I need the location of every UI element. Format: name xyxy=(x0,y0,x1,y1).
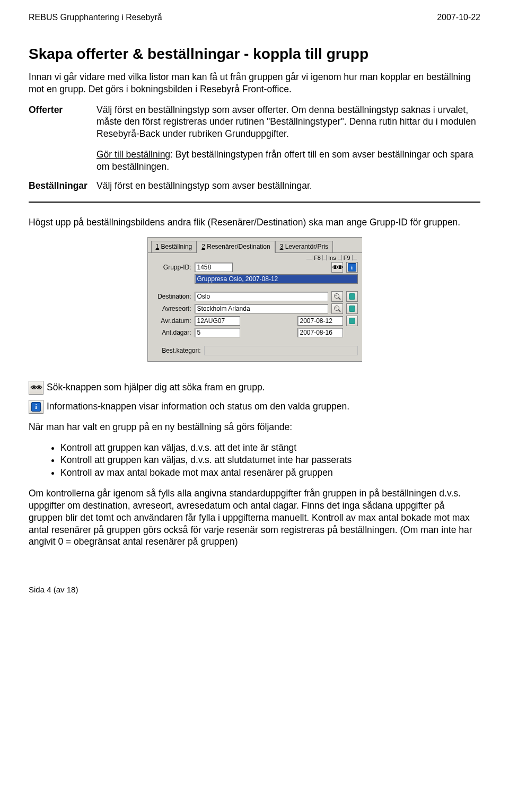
input-destination[interactable]: Oslo xyxy=(195,292,328,301)
final-paragraph: Om kontrollerna går igenom så fylls alla… xyxy=(29,487,480,548)
page-footer: Sida 4 (av 18) xyxy=(29,585,480,594)
input-avrdatum[interactable]: 12AUG07 xyxy=(195,316,240,326)
input-avreseort[interactable]: Stockholm Arlanda xyxy=(195,304,328,313)
teal-dot-icon xyxy=(349,305,355,312)
input-antdagar[interactable]: 5 xyxy=(195,328,240,337)
info-icon: i xyxy=(31,402,41,412)
label-bestkategori: Best.kategori: xyxy=(152,347,201,354)
section2-para: Högst upp på beställningsbildens andra f… xyxy=(29,216,480,229)
page-header: REBUS Grupphantering i Resebyrå 2007-10-… xyxy=(29,13,480,22)
teal-dot-icon xyxy=(349,293,355,300)
list-item: Kontroll att gruppen kan väljas, d.v.s. … xyxy=(60,442,480,455)
input-slutdatum[interactable]: 2007-08-16 xyxy=(297,328,343,337)
label-gruppid: Grupp-ID: xyxy=(152,264,191,271)
check-list: Kontroll att gruppen kan väljas, d.v.s. … xyxy=(29,442,480,479)
keyboard-hints: F8 Ins F9 xyxy=(152,255,358,260)
intro-paragraph: Innan vi går vidare med vilka listor man… xyxy=(29,71,480,95)
input-gruppname[interactable]: Gruppresa Oslo, 2007-08-12 xyxy=(195,274,358,284)
screenshot-mock: 1 Beställning 2 Resenärer/Destination 3 … xyxy=(147,237,362,362)
term-bestallningar: Beställningar xyxy=(29,180,96,192)
teal-destination-button[interactable] xyxy=(346,291,358,302)
legend-search-icon-box: 👁👁 xyxy=(29,381,43,395)
list-item: Kontroll av max antal bokade mot max ant… xyxy=(60,467,480,479)
divider xyxy=(29,202,480,203)
label-destination: Destination: xyxy=(152,293,191,300)
page-title: Skapa offerter & beställningar - koppla … xyxy=(29,46,480,63)
teal-avrdatum-button[interactable] xyxy=(346,316,358,326)
search-button[interactable]: 👁👁 xyxy=(331,262,343,273)
tab-resenarer-destination[interactable]: 2 Resenärer/Destination xyxy=(197,241,275,253)
input-avrdatum-iso[interactable]: 2007-08-12 xyxy=(297,316,343,326)
binoculars-icon: 👁👁 xyxy=(332,264,342,270)
tab-leverantor-pris[interactable]: 3 Leverantör/Pris xyxy=(275,241,333,252)
underline-gor-till: Gör till beställning xyxy=(96,149,170,160)
legend-info-text: Informations-knappen visar information o… xyxy=(47,400,349,413)
tab-bestallning[interactable]: 1 Beställning xyxy=(151,241,197,252)
after-icons-para: När man har valt en grupp på en ny bestä… xyxy=(29,421,480,433)
zoom-avreseort-button[interactable]: + xyxy=(331,303,343,314)
label-avrdatum: Avr.datum: xyxy=(152,317,191,325)
term-offerter: Offerter xyxy=(29,104,96,116)
legend-info-icon-box: i xyxy=(29,400,43,414)
binoculars-icon: 👁👁 xyxy=(31,384,41,391)
label-avreseort: Avreseort: xyxy=(152,305,191,312)
body-offerter: Välj först en beställningstyp som avser … xyxy=(96,104,480,173)
legend-search-text: Sök-knappen som hjälper dig att söka fra… xyxy=(47,381,265,394)
input-bestkategori[interactable] xyxy=(204,346,358,355)
teal-dot-icon xyxy=(349,318,355,324)
header-date: 2007-10-22 xyxy=(437,13,480,22)
input-gruppid[interactable]: 1458 xyxy=(195,263,233,272)
body-bestallningar: Välj först en beställningstyp som avser … xyxy=(96,180,480,192)
teal-avreseort-button[interactable] xyxy=(346,303,358,314)
magnifier-plus-icon: + xyxy=(334,305,340,312)
zoom-destination-button[interactable]: + xyxy=(331,291,343,302)
info-icon: i xyxy=(348,263,356,272)
info-button[interactable]: i xyxy=(346,262,358,273)
label-antdagar: Ant.dagar: xyxy=(152,329,191,336)
list-item: Kontroll att gruppen kan väljas, d.v.s. … xyxy=(60,454,480,467)
header-left: REBUS Grupphantering i Resebyrå xyxy=(29,13,162,22)
magnifier-plus-icon: + xyxy=(334,293,340,300)
